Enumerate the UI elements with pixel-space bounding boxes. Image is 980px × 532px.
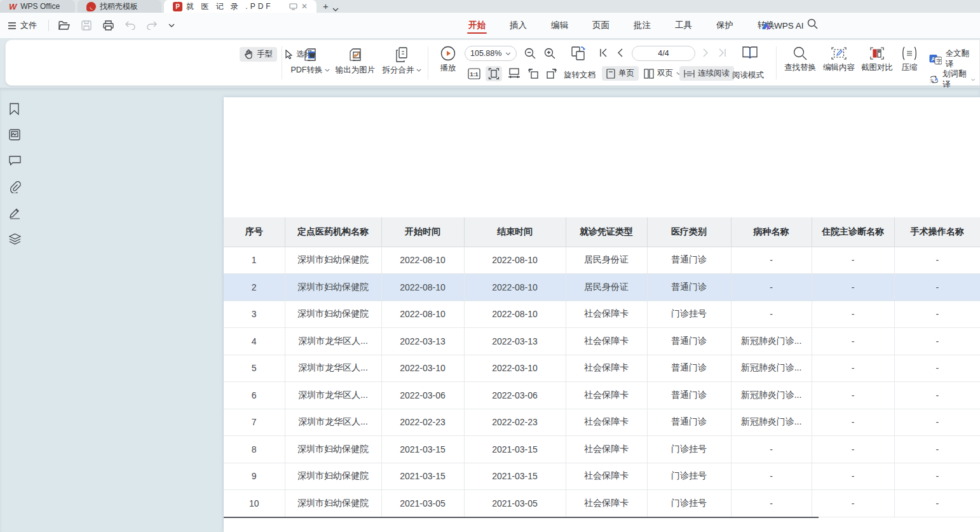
new-tab-button[interactable]: +	[316, 1, 332, 13]
page-number-input[interactable]: 4/4	[632, 46, 695, 61]
close-tab-icon[interactable]: ✕	[301, 2, 308, 11]
zoom-out-icon[interactable]	[524, 48, 536, 59]
menu-search-icon[interactable]	[807, 18, 818, 29]
rotate-doc-label[interactable]: 旋转文档	[564, 70, 595, 81]
divider	[428, 46, 428, 79]
table-cell: 6	[224, 382, 285, 409]
edit-content-button[interactable]: 编辑内容	[820, 46, 857, 73]
save-icon[interactable]	[76, 20, 97, 31]
redo-icon[interactable]	[141, 21, 163, 30]
export-image-button[interactable]: 输出为图片	[332, 46, 378, 76]
open-file-icon[interactable]	[53, 21, 76, 31]
menu-tab[interactable]: 插入	[508, 13, 528, 38]
hand-tool-button[interactable]: 手型	[240, 47, 277, 62]
find-replace-label: 查找替换	[784, 62, 816, 73]
table-cell: 居民身份证	[566, 274, 647, 301]
menu-tab[interactable]: 批注	[632, 13, 652, 38]
quickbar-chevron-icon[interactable]	[163, 24, 180, 27]
window-tab-bar: W WPS Office ◟ 找稻壳模板 P 就 医 记 录 .PDF ✕ +	[0, 0, 980, 13]
tab-medical-record-pdf[interactable]: P 就 医 记 录 .PDF ✕	[164, 0, 316, 13]
rotate-left-icon[interactable]	[527, 67, 540, 79]
print-icon[interactable]	[97, 20, 119, 31]
table-cell: 新冠肺炎门诊...	[731, 382, 812, 409]
table-cell: -	[812, 301, 894, 328]
undo-icon[interactable]	[119, 21, 141, 30]
read-mode-icon[interactable]	[742, 45, 758, 60]
rotate-right-icon[interactable]	[545, 67, 558, 79]
actual-size-button[interactable]: 1:1	[468, 68, 480, 79]
zoom-in-icon[interactable]	[544, 48, 555, 59]
menu-tab[interactable]: 工具	[674, 13, 693, 38]
table-cell: 2022-08-10	[381, 274, 464, 301]
screenshot-compare-button[interactable]: 截图对比	[859, 46, 895, 73]
read-mode-label[interactable]: 阅读模式	[732, 70, 764, 81]
find-replace-button[interactable]: 查找替换	[782, 46, 818, 73]
table-cell: 2022-03-10	[381, 355, 464, 382]
split-merge-button[interactable]: 拆分合并	[379, 46, 424, 76]
pdf-convert-button[interactable]: W PDF转换	[289, 46, 331, 76]
table-cell: 居民身份证	[566, 247, 647, 274]
table-cell: 深圳市龙华区人...	[285, 382, 381, 409]
double-page-label: 双页	[657, 68, 673, 79]
table-cell: 社会保障卡	[566, 328, 647, 355]
svg-text:W: W	[310, 52, 315, 58]
table-cell: 普通门诊	[647, 382, 731, 409]
menu-tab[interactable]: 开始	[467, 13, 487, 38]
tab-list-chevron-icon[interactable]	[332, 8, 339, 13]
page-indicator-value: 4/4	[658, 49, 669, 58]
bookmark-icon[interactable]	[9, 103, 21, 115]
table-row: 1深圳市妇幼保健院2022-08-102022-08-10居民身份证普通门诊--…	[224, 247, 980, 274]
continuous-read-icon	[684, 69, 695, 78]
single-page-label: 单页	[618, 68, 634, 79]
table-header-cell: 结束时间	[464, 217, 566, 247]
fit-width-icon[interactable]	[508, 68, 521, 79]
word-translate-icon: A 文	[929, 74, 939, 85]
svg-text:文: 文	[930, 78, 934, 83]
tab-wps-office[interactable]: W WPS Office	[0, 0, 75, 13]
first-page-icon[interactable]	[599, 48, 608, 57]
table-cell: 2022-03-13	[381, 328, 464, 355]
edit-content-label: 编辑内容	[823, 62, 855, 73]
signature-icon[interactable]	[9, 207, 21, 219]
table-cell: -	[812, 463, 894, 490]
menu-tab[interactable]: 页面	[591, 13, 611, 38]
chevron-down-icon	[505, 52, 511, 55]
menu-tab[interactable]: 保护	[715, 13, 735, 38]
table-cell: 2	[224, 274, 285, 301]
wps-ai-button[interactable]: WPS AI	[761, 13, 804, 38]
table-cell: -	[894, 463, 980, 490]
table-cell: -	[812, 328, 894, 355]
file-menu-button[interactable]: 文件	[0, 20, 44, 31]
table-cell: 深圳市龙华区人...	[285, 409, 381, 436]
screen-share-icon[interactable]	[289, 3, 297, 10]
table-cell: 8	[224, 436, 285, 463]
comment-icon[interactable]	[9, 155, 21, 167]
table-cell: 深圳市妇幼保健院	[285, 247, 381, 274]
compress-button[interactable]: 压缩	[897, 46, 922, 73]
pdf-page: 序号定点医药机构名称开始时间结束时间就诊凭证类型医疗类别病种名称住院主诊断名称手…	[224, 97, 980, 532]
thumbnail-icon[interactable]	[9, 129, 21, 141]
single-page-button[interactable]: 单页	[602, 66, 639, 81]
menu-tab[interactable]: 编辑	[550, 13, 569, 38]
fit-page-button[interactable]	[486, 66, 502, 81]
attachment-icon[interactable]	[9, 181, 21, 193]
tab-docer-templates[interactable]: ◟ 找稻壳模板	[78, 0, 161, 13]
continuous-read-button[interactable]: 连续阅读	[679, 66, 734, 81]
layers-icon[interactable]	[9, 233, 21, 245]
hand-icon	[244, 50, 254, 59]
zoom-level-select[interactable]: 105.88%	[465, 46, 517, 61]
last-page-icon[interactable]	[718, 48, 726, 57]
table-row: 10深圳市妇幼保健院2021-03-052021-03-05社会保障卡门诊挂号-…	[224, 490, 980, 517]
tab-label: 找稻壳模板	[100, 1, 138, 12]
play-button[interactable]: 播放	[434, 46, 462, 74]
swap-pages-icon[interactable]	[570, 45, 587, 62]
table-cell: 2021-03-15	[464, 436, 566, 463]
table-cell: 深圳市妇幼保健院	[285, 274, 381, 301]
medical-table-body: 1深圳市妇幼保健院2022-08-102022-08-10居民身份证普通门诊--…	[224, 247, 980, 517]
table-cell: 4	[224, 328, 285, 355]
next-page-icon[interactable]	[702, 48, 709, 57]
table-header-row: 序号定点医药机构名称开始时间结束时间就诊凭证类型医疗类别病种名称住院主诊断名称手…	[224, 217, 980, 247]
previous-page-icon[interactable]	[617, 48, 623, 57]
table-row: 5深圳市龙华区人...2022-03-102022-03-10社会保障卡普通门诊…	[224, 355, 980, 382]
fit-page-icon	[488, 68, 500, 79]
